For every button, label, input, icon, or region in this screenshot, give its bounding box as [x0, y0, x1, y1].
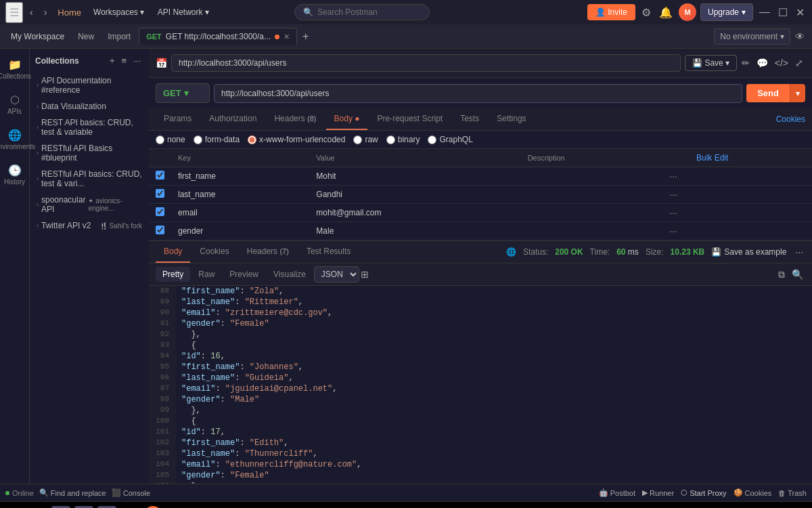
url-input[interactable]: [214, 84, 742, 103]
trash-button[interactable]: 🗑 Trash: [778, 489, 807, 497]
list-item[interactable]: › RESTful API Basics #blueprint: [32, 140, 146, 166]
tab-authorization[interactable]: Authorization: [201, 108, 265, 130]
hamburger-menu-button[interactable]: ☰: [5, 2, 23, 23]
tab-close-icon[interactable]: ✕: [284, 33, 290, 41]
sidebar-item-history[interactable]: 🕒 History: [0, 160, 29, 190]
resp-tab-headers[interactable]: Headers (7): [239, 241, 297, 263]
tab-settings[interactable]: Settings: [489, 108, 534, 130]
list-item[interactable]: › Twitter API v2 🍴 Sahil's fork: [32, 217, 146, 234]
cookies-link[interactable]: Cookies: [776, 114, 805, 124]
api-network-button[interactable]: API Network ▾: [152, 5, 215, 20]
row-checkbox-3[interactable]: [156, 207, 164, 216]
row-value-3[interactable]: mohit@gmail.com: [309, 204, 520, 222]
resp-subtab-visualize[interactable]: Visualize: [267, 267, 313, 282]
code-button[interactable]: </>: [773, 55, 790, 71]
row-more-4[interactable]: ···: [664, 226, 683, 236]
start-proxy-button[interactable]: ⬡ Start Proxy: [681, 488, 726, 497]
row-value-1[interactable]: Mohit: [309, 167, 520, 186]
find-replace-button[interactable]: 🔍 Find and replace: [39, 488, 106, 497]
expand-button[interactable]: ⤢: [793, 55, 805, 71]
env-settings-button[interactable]: 👁: [793, 29, 807, 44]
taskbar-mail-button[interactable]: ✉: [120, 506, 139, 509]
console-button[interactable]: ⬛ Console: [112, 488, 150, 497]
resp-tab-test-results[interactable]: Test Results: [298, 241, 359, 263]
edit-button[interactable]: ✏: [740, 55, 752, 71]
send-caret-button[interactable]: ▾: [790, 84, 805, 102]
row-value-2[interactable]: Gandhi: [309, 186, 520, 204]
bulk-edit-button[interactable]: Bulk Edit: [696, 153, 728, 163]
row-key-1[interactable]: first_name: [171, 167, 309, 186]
radio-urlencoded[interactable]: x-www-form-urlencoded: [248, 135, 345, 144]
row-value-4[interactable]: Male: [309, 222, 520, 240]
new-button[interactable]: New: [72, 29, 99, 44]
row-desc-1[interactable]: [521, 167, 658, 186]
row-key-4[interactable]: gender: [171, 222, 309, 240]
row-checkbox-1[interactable]: [156, 171, 164, 179]
workspaces-button[interactable]: Workspaces ▾: [88, 5, 150, 20]
runner-button[interactable]: ▶ Runner: [642, 488, 674, 497]
cookies-status-button[interactable]: 🍪 Cookies: [734, 488, 772, 497]
taskbar-search-button[interactable]: 🔍: [28, 506, 47, 509]
taskbar-whatsapp-button[interactable]: 💬: [189, 506, 208, 509]
settings-button[interactable]: ⚙: [639, 4, 653, 21]
comment-button[interactable]: 💬: [754, 55, 770, 71]
search-response-button[interactable]: 🔍: [790, 267, 805, 282]
tab-pre-request[interactable]: Pre-request Script: [369, 108, 451, 130]
save-button[interactable]: 💾 Save ▾: [685, 55, 736, 71]
postbot-button[interactable]: 🤖 Postbot: [599, 488, 635, 497]
resp-subtab-pretty[interactable]: Pretty: [156, 267, 190, 282]
radio-raw[interactable]: raw: [353, 135, 378, 144]
back-button[interactable]: ‹: [26, 4, 37, 20]
radio-form-data[interactable]: form-data: [194, 135, 240, 144]
row-more-1[interactable]: ···: [664, 171, 683, 182]
row-desc-2[interactable]: [521, 186, 658, 204]
radio-graphql[interactable]: GraphQL: [428, 135, 472, 144]
import-button[interactable]: Import: [102, 29, 136, 44]
taskbar-terminal-button[interactable]: ⬛: [235, 506, 254, 509]
save-example-button[interactable]: 💾 Save as example: [711, 247, 786, 257]
maximize-button[interactable]: ☐: [776, 4, 790, 21]
send-button[interactable]: Send: [746, 84, 790, 102]
resp-subtab-preview[interactable]: Preview: [223, 267, 265, 282]
row-more-3[interactable]: ···: [664, 207, 683, 218]
row-more-2[interactable]: ···: [664, 189, 683, 200]
close-button[interactable]: ✕: [794, 4, 807, 21]
taskbar-start-button[interactable]: ⊞: [5, 506, 24, 509]
list-item[interactable]: › spoonacular API ✦ avionics-engine...: [32, 192, 146, 217]
invite-button[interactable]: 👤 Invite: [587, 4, 635, 20]
row-checkbox-2[interactable]: [156, 189, 164, 198]
taskbar-code-button[interactable]: ⬡: [212, 506, 231, 509]
radio-none[interactable]: none: [156, 135, 185, 144]
tab-params[interactable]: Params: [156, 108, 200, 130]
resp-tab-body[interactable]: Body: [156, 241, 190, 263]
row-key-2[interactable]: last_name: [171, 186, 309, 204]
tab-body[interactable]: Body ●: [326, 108, 368, 130]
new-tab-button[interactable]: +: [300, 30, 311, 43]
tab-tests[interactable]: Tests: [452, 108, 487, 130]
row-desc-3[interactable]: [521, 204, 658, 222]
sidebar-add-button[interactable]: +: [107, 54, 118, 67]
row-desc-4[interactable]: [521, 222, 658, 240]
row-key-3[interactable]: email: [171, 204, 309, 222]
taskbar-store-button[interactable]: 🛍: [97, 506, 116, 509]
method-select[interactable]: GET ▾: [156, 83, 210, 103]
radio-binary[interactable]: binary: [386, 135, 420, 144]
taskbar-postman-button[interactable]: P: [143, 506, 162, 509]
tab-headers[interactable]: Headers (8): [266, 108, 324, 130]
filter-button[interactable]: ⊞: [361, 269, 369, 280]
forward-button[interactable]: ›: [40, 4, 51, 20]
code-container[interactable]: 88 "first_name": "Zola", 89 "last_name":…: [149, 286, 812, 484]
sidebar-more-button[interactable]: ···: [131, 54, 143, 67]
list-item[interactable]: › Data Visualization: [32, 98, 146, 114]
list-item[interactable]: › RESTful API basics: CRUD, test & vari.…: [32, 166, 146, 192]
taskbar-files-button[interactable]: 📁: [51, 506, 70, 509]
list-item[interactable]: › REST API basics: CRUD, test & variable: [32, 114, 146, 140]
sidebar-filter-button[interactable]: ≡: [119, 54, 130, 67]
taskbar-browser-button[interactable]: 🌐: [74, 506, 93, 509]
resp-more-button[interactable]: ···: [793, 245, 805, 259]
sidebar-item-apis[interactable]: ⬡ APIs: [3, 89, 26, 119]
search-input[interactable]: [317, 7, 421, 17]
resp-subtab-raw[interactable]: Raw: [191, 267, 221, 282]
environment-selector[interactable]: No environment ▾: [714, 28, 790, 45]
minimize-button[interactable]: —: [757, 4, 772, 20]
